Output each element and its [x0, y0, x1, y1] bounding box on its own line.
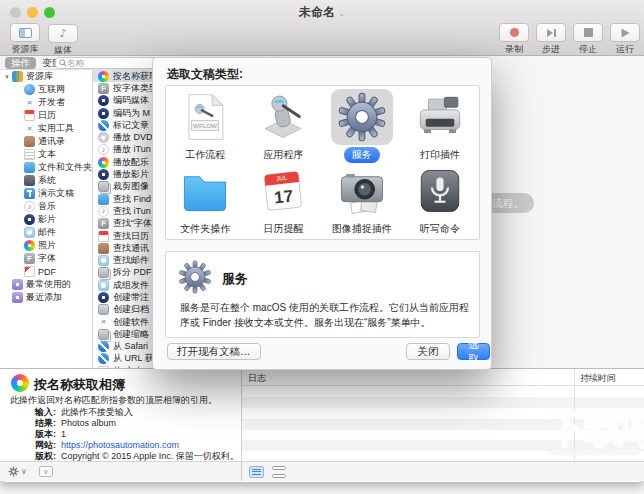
info-field-label: 输入: [0, 407, 56, 418]
action-item-label: 创建软件 [113, 316, 149, 329]
images-icon [98, 181, 109, 192]
panel-popup-button[interactable]: ∨ [39, 466, 53, 477]
svg-text:WFLOW: WFLOW [193, 122, 217, 129]
tree-item[interactable]: ×开发者 [0, 96, 92, 109]
gear-menu-button[interactable]: ∨ [8, 466, 27, 477]
itunes-icon: ♪ [24, 201, 35, 212]
xtools-icon: × [24, 97, 35, 108]
doctype-workflow[interactable]: WFLOW工作流程 [166, 89, 244, 163]
text-icon [24, 149, 35, 160]
log-view-toggle-icon[interactable] [249, 466, 264, 478]
tree-item[interactable]: 文件和文件夹 [0, 161, 92, 174]
action-item-label: 播放配乐 [113, 156, 149, 169]
action-item-label: 从 Safari [113, 340, 148, 353]
doctype-label: 工作流程 [177, 147, 233, 163]
action-item-label: 查找 iTun [113, 205, 151, 218]
dialog-buttons: 打开现有文稿… 关闭 选取 [153, 343, 491, 360]
doctype-calendar[interactable]: JUL17日历提醒 [244, 163, 322, 237]
tree-item[interactable]: ♪音乐 [0, 200, 92, 213]
doctype-printer[interactable]: 打印插件 [401, 89, 479, 163]
info-panel-footer: ∨ ∨ [0, 461, 241, 481]
calendar-icon: JUL17 [252, 163, 314, 219]
finder-icon [24, 162, 35, 173]
tree-item[interactable]: 互联网 [0, 83, 92, 96]
search-input[interactable] [67, 58, 147, 68]
images-icon [98, 329, 109, 340]
doctype-label: 服务 [344, 147, 380, 163]
service-gear-icon [178, 260, 212, 298]
doctype-folder[interactable]: 文件夹操作 [166, 163, 244, 237]
run-button-label: 运行 [608, 43, 642, 56]
choose-button[interactable]: 选取 [457, 343, 490, 360]
toolbar: 资源库 ♪ 媒体 录制 步进 停止 运行 [0, 20, 644, 56]
tree-item[interactable]: 邮件 [0, 226, 92, 239]
open-existing-document-button[interactable]: 打开现有文稿… [167, 343, 261, 360]
close-button[interactable]: 关闭 [406, 343, 450, 360]
search-field[interactable] [55, 57, 165, 69]
tree-item[interactable]: ▼资源库 [0, 70, 92, 83]
doctype-service[interactable]: 服务 [323, 89, 401, 163]
info-field-row: 网站:https://photosautomation.com [0, 440, 238, 451]
photos-icon [24, 240, 35, 251]
tree-item[interactable]: F字体 [0, 252, 92, 265]
log-header-row: 日志 持续时间 [242, 369, 644, 386]
tree-item[interactable]: 通讯录 [0, 135, 92, 148]
step-toolbar-button[interactable]: 步进 [534, 23, 568, 56]
duration-column-header[interactable]: 持续时间 [580, 372, 616, 385]
stop-toolbar-button[interactable]: 停止 [571, 23, 605, 56]
tree-item[interactable]: 最近添加 [0, 291, 92, 304]
action-item-label: 编码为 M [113, 107, 150, 120]
itunes-icon: ♪ [98, 206, 109, 217]
library-toolbar-button[interactable]: 资源库 [8, 23, 42, 56]
action-item-label: 播放 iTun [113, 143, 151, 156]
action-info-title: 按名称获取相簿 [34, 376, 125, 394]
cal-icon [24, 110, 35, 121]
tree-item[interactable]: 系统 [0, 174, 92, 187]
media-toolbar-button[interactable]: ♪ 媒体 [46, 23, 80, 57]
doctype-camera[interactable]: 图像捕捉插件 [323, 163, 401, 237]
action-item-label: 播放 DVD [113, 131, 153, 144]
tree-item[interactable]: 日历 [0, 109, 92, 122]
doctype-microphone[interactable]: 听写命令 [401, 163, 479, 237]
tree-item-label: 文件和文件夹 [38, 161, 92, 174]
library-tree: ▼资源库互联网×开发者日历×实用工具通讯录文本文件和文件夹系统演示文稿♪音乐影片… [0, 70, 93, 368]
title-chevron-icon[interactable]: ⌄ [338, 9, 345, 18]
mail-icon [98, 280, 109, 291]
tree-item-label: 最常使用的 [26, 278, 71, 291]
disclosure-triangle-icon[interactable]: ▼ [2, 74, 12, 80]
record-toolbar-button[interactable]: 录制 [497, 23, 531, 56]
record-button-label: 录制 [497, 43, 531, 56]
info-field-value: 1 [61, 429, 66, 440]
log-column-divider[interactable] [574, 369, 575, 462]
tree-item[interactable]: 照片 [0, 239, 92, 252]
tree-item[interactable]: 演示文稿 [0, 187, 92, 200]
gear-icon [8, 466, 19, 477]
detail-title: 服务 [222, 270, 248, 288]
log-column-header[interactable]: 日志 [248, 372, 266, 385]
folder-icon [174, 163, 236, 219]
photos-icon [98, 157, 109, 168]
action-item-label: 从 URL 获 [113, 352, 154, 365]
tree-item-label: 演示文稿 [38, 187, 74, 200]
info-field-label: 网站: [0, 440, 56, 451]
fontbook-icon: F [98, 83, 109, 94]
globe-icon [24, 84, 35, 95]
tree-item[interactable]: 影片 [0, 213, 92, 226]
action-item-label: 成组发件 [113, 279, 149, 292]
mail-icon [24, 227, 35, 238]
tree-item[interactable]: 文本 [0, 148, 92, 161]
step-icon [546, 28, 557, 38]
website-link[interactable]: https://photosautomation.com [61, 440, 179, 451]
window-title: 未命名 ⌄ [0, 4, 644, 21]
itunes-icon: ♪ [98, 144, 109, 155]
action-info-fields: 输入:此操作不接受输入结果:Photos album版本:1网站:https:/… [0, 407, 238, 462]
results-view-toggle-icon[interactable] [272, 466, 286, 478]
tree-item[interactable]: PDF [0, 265, 92, 278]
tab-actions[interactable]: 操作 [5, 57, 36, 69]
run-toolbar-button[interactable]: 运行 [608, 23, 642, 56]
doctype-application[interactable]: 应用程序 [244, 89, 322, 163]
tree-item[interactable]: 最常使用的 [0, 278, 92, 291]
tree-item[interactable]: ×实用工具 [0, 122, 92, 135]
svg-text:JUL: JUL [276, 174, 288, 182]
camera-icon [331, 163, 393, 219]
